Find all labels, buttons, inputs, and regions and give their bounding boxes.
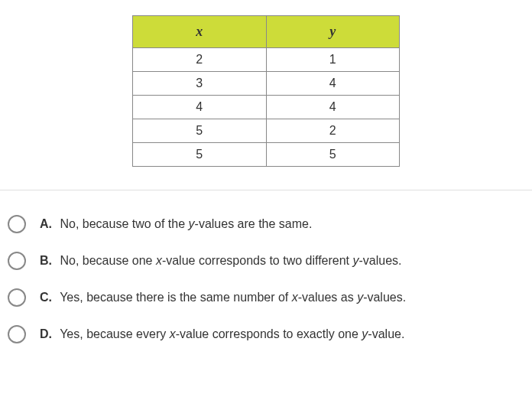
xy-table: x y 2 1 3 4 4 4 5 2 5 5	[132, 15, 400, 167]
table-container: x y 2 1 3 4 4 4 5 2 5 5	[0, 0, 532, 190]
option-letter: C.	[40, 291, 52, 304]
option-b[interactable]: B. No, because one x-value corresponds t…	[8, 242, 524, 279]
cell-x: 4	[133, 96, 267, 119]
option-letter: A.	[40, 217, 52, 230]
text-part: -values.	[363, 291, 406, 304]
option-text: C. Yes, because there is the same number…	[40, 289, 406, 306]
table-row: 5 2	[133, 119, 400, 143]
cell-y: 4	[266, 96, 400, 119]
var-x: x	[292, 291, 298, 304]
header-x: x	[133, 16, 267, 48]
cell-x: 3	[133, 72, 267, 96]
option-text: A. No, because two of the y-values are t…	[40, 216, 312, 233]
option-letter: B.	[40, 254, 52, 267]
option-a[interactable]: A. No, because two of the y-values are t…	[8, 206, 524, 242]
option-text: D. Yes, because every x-value correspond…	[40, 326, 404, 343]
radio-icon[interactable]	[8, 325, 26, 343]
option-text: B. No, because one x-value corresponds t…	[40, 252, 402, 269]
option-d[interactable]: D. Yes, because every x-value correspond…	[8, 316, 524, 353]
var-y: y	[357, 291, 363, 304]
text-part: -value.	[368, 327, 404, 340]
text-part: Yes, because there is the same number of	[60, 291, 292, 304]
var-y: y	[353, 254, 359, 267]
header-y: y	[266, 16, 400, 48]
cell-y: 4	[266, 72, 400, 96]
option-letter: D.	[40, 327, 52, 340]
cell-y: 1	[266, 48, 400, 72]
cell-x: 2	[133, 48, 267, 72]
text-part: -values as	[298, 291, 357, 304]
options-list: A. No, because two of the y-values are t…	[0, 190, 532, 353]
cell-x: 5	[133, 119, 267, 143]
text-part: -value corresponds to two different	[162, 254, 353, 267]
cell-x: 5	[133, 143, 267, 167]
radio-icon[interactable]	[8, 252, 26, 270]
text-part: No, because one	[60, 254, 155, 267]
cell-y: 2	[266, 119, 400, 143]
var-y: y	[189, 217, 195, 230]
text-part: -values.	[359, 254, 402, 267]
text-part: No, because two of the	[60, 217, 188, 230]
table-row: 4 4	[133, 96, 400, 119]
option-c[interactable]: C. Yes, because there is the same number…	[8, 279, 524, 316]
var-x: x	[156, 254, 162, 267]
table-row: 5 5	[133, 143, 400, 167]
var-x: x	[170, 327, 176, 340]
text-part: -value corresponds to exactly one	[176, 327, 362, 340]
text-part: -values are the same.	[195, 217, 313, 230]
radio-icon[interactable]	[8, 288, 26, 307]
cell-y: 5	[266, 143, 400, 167]
radio-icon[interactable]	[8, 215, 26, 233]
table-row: 3 4	[133, 72, 400, 96]
table-row: 2 1	[133, 48, 400, 72]
text-part: Yes, because every	[60, 327, 170, 340]
